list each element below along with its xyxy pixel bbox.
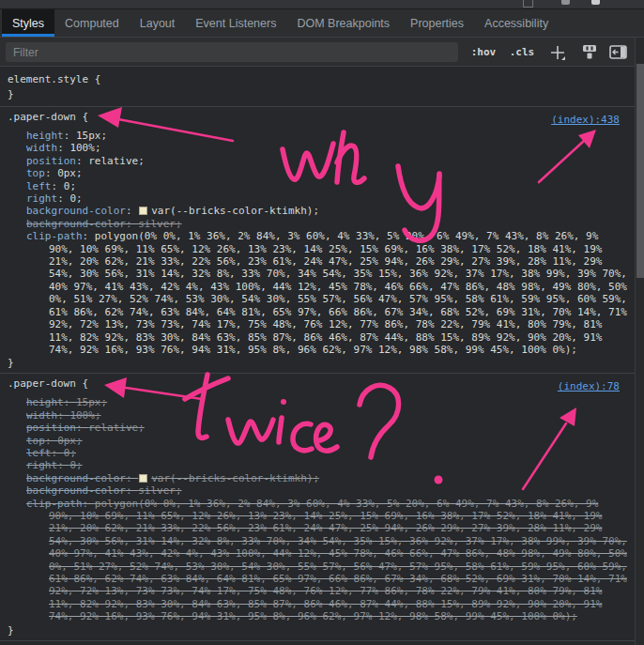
tab-layout[interactable]: Layout	[130, 9, 186, 37]
property-name: width	[26, 409, 57, 422]
property-name: position	[26, 422, 76, 434]
property-name: clip-path	[26, 230, 83, 242]
property-value: silver	[138, 484, 176, 497]
tab-dom-breakpoints[interactable]: DOM Breakpoints	[286, 9, 400, 37]
property-semicolon: ;	[76, 459, 83, 471]
property-colon: :	[126, 218, 138, 230]
rule-close-brace: }	[8, 623, 627, 637]
rule-selector[interactable]: .paper-down {	[8, 377, 88, 390]
rule-selector[interactable]: .paper-down {	[8, 111, 88, 123]
property-list: height: 15px;width: 100%;position: relat…	[8, 396, 627, 622]
brush-button[interactable]	[576, 38, 603, 67]
property-name: width	[26, 142, 57, 154]
tab-event-listeners[interactable]: Event Listeners	[185, 9, 286, 37]
property-semicolon: ;	[571, 610, 577, 622]
rule-close-brace: }	[8, 356, 627, 370]
css-property-right[interactable]: right: 0;	[8, 459, 627, 471]
css-property-background-color[interactable]: background-color: silver;	[8, 218, 627, 230]
property-name: top	[26, 435, 45, 447]
property-name: background-color	[26, 484, 126, 497]
css-rule-paper-down-1: .paper-down { (index):438 height: 15px;w…	[0, 107, 635, 374]
property-colon: :	[126, 472, 138, 484]
css-property-top[interactable]: top: 0px;	[8, 435, 627, 447]
css-property-clip-path[interactable]: clip-path: polygon(0% 0%, 1% 36%, 2% 84%…	[8, 230, 627, 356]
sidebar-toggle-button[interactable]	[606, 38, 630, 67]
css-property-width[interactable]: width: 100%;	[8, 409, 627, 422]
property-colon: :	[126, 484, 138, 497]
property-semicolon: ;	[69, 180, 76, 192]
property-name: background-color	[26, 218, 126, 230]
property-value: 100%	[69, 409, 95, 422]
css-property-height[interactable]: height: 15px;	[8, 130, 627, 142]
property-name: right	[26, 192, 57, 205]
css-property-position[interactable]: position: relative;	[8, 422, 627, 434]
styles-toolbar: :hov .cls	[0, 38, 644, 67]
css-property-width[interactable]: width: 100%;	[8, 142, 627, 154]
property-colon: :	[45, 167, 57, 179]
property-semicolon: ;	[101, 396, 108, 408]
property-value: silver	[138, 218, 176, 230]
property-colon: :	[57, 192, 69, 205]
property-semicolon: ;	[76, 435, 83, 447]
property-value: 0px	[57, 167, 76, 179]
color-swatch[interactable]	[139, 207, 147, 215]
property-list: height: 15px;width: 100%;position: relat…	[8, 130, 627, 356]
property-colon: :	[76, 155, 88, 167]
property-value: var(--bricks-color-ktimkh)	[151, 205, 313, 217]
property-semicolon: ;	[176, 218, 182, 230]
property-colon: :	[52, 180, 64, 192]
color-swatch[interactable]	[139, 474, 147, 483]
property-semicolon: ;	[313, 472, 319, 484]
property-name: background-color	[26, 205, 126, 217]
css-property-position[interactable]: position: relative;	[8, 155, 627, 167]
toggle-classes-button[interactable]: .cls	[507, 38, 537, 67]
property-colon: :	[57, 142, 69, 154]
css-property-left[interactable]: left: 0;	[8, 180, 627, 192]
property-colon: :	[57, 409, 69, 422]
tab-styles[interactable]: Styles	[2, 9, 54, 37]
property-value: 100%	[69, 142, 95, 154]
css-property-left[interactable]: left: 0;	[8, 447, 627, 459]
css-property-top[interactable]: top: 0px;	[8, 167, 627, 179]
stylesheet-source-link[interactable]: (index):78	[558, 379, 620, 393]
property-value: 0	[69, 192, 76, 205]
brush-icon	[581, 44, 598, 60]
property-colon: :	[45, 435, 57, 447]
property-value: relative	[88, 422, 138, 434]
property-name: left	[26, 180, 52, 192]
tab-properties[interactable]: Properties	[400, 9, 474, 37]
toggle-hover-states-button[interactable]: :hov	[468, 38, 499, 67]
property-value: polygon(0% 0%, 1% 36%, 2% 84%, 3% 60%, 4…	[49, 230, 627, 356]
css-property-right[interactable]: right: 0;	[8, 192, 627, 205]
property-value: 15px	[76, 130, 101, 142]
css-property-background-color[interactable]: background-color: silver;	[8, 484, 627, 497]
css-property-background-color[interactable]: background-color: var(--bricks-color-kti…	[8, 205, 627, 217]
filter-input[interactable]	[6, 42, 458, 62]
element-style-section: element.style { }	[0, 68, 635, 107]
vertical-scrollbar[interactable]	[635, 38, 644, 645]
stylesheet-source-link[interactable]: (index):438	[551, 113, 620, 127]
property-name: position	[26, 155, 76, 167]
toolbar-icon-fragment	[561, 0, 570, 5]
new-style-rule-button[interactable]	[546, 38, 569, 67]
property-semicolon: ;	[95, 142, 101, 154]
property-semicolon: ;	[101, 130, 108, 142]
property-name: top	[26, 167, 45, 179]
tab-computed[interactable]: Computed	[54, 9, 130, 37]
property-name: background-color	[26, 472, 126, 484]
property-value: polygon(0% 0%, 1% 36%, 2% 84%, 3% 60%, 4…	[49, 498, 627, 623]
property-semicolon: ;	[95, 409, 101, 422]
property-semicolon: ;	[76, 167, 83, 179]
property-name: clip-path	[26, 498, 83, 510]
property-value: relative	[88, 155, 138, 167]
element-style-selector[interactable]: element.style {	[8, 72, 627, 87]
css-property-height[interactable]: height: 15px;	[8, 396, 627, 408]
element-style-close-brace: }	[8, 87, 627, 102]
property-colon: :	[52, 447, 64, 459]
css-property-clip-path[interactable]: clip-path: polygon(0% 0%, 1% 36%, 2% 84%…	[8, 498, 627, 623]
tab-accessibility[interactable]: Accessibility	[474, 9, 559, 37]
scrollbar-thumb[interactable]	[636, 64, 644, 278]
css-property-background-color[interactable]: background-color: var(--bricks-color-kti…	[8, 472, 627, 484]
property-value: 0	[69, 459, 76, 471]
property-colon: :	[76, 422, 88, 434]
